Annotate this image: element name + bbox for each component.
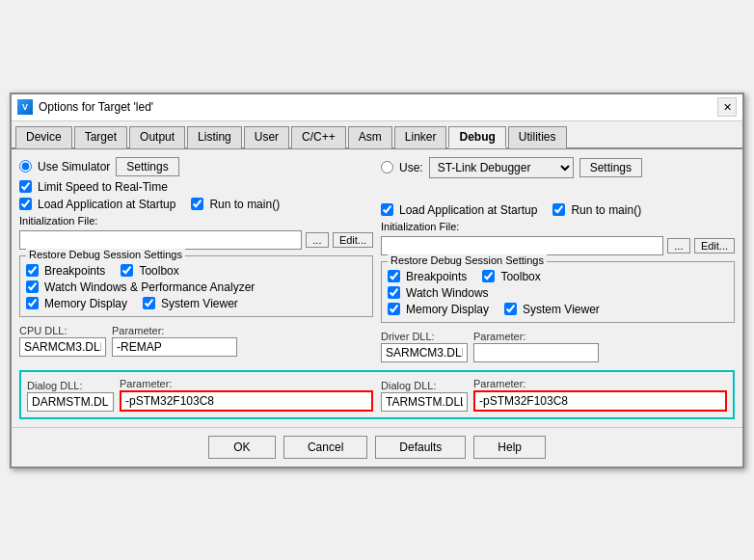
watch-windows-right: Watch Windows (388, 286, 728, 300)
init-file-row-right: ... Edit... (381, 236, 735, 255)
watch-windows-left: Watch Windows & Performance Analyzer (26, 280, 366, 294)
tab-cpp[interactable]: C/C++ (291, 126, 346, 148)
browse-button-left[interactable]: ... (306, 232, 329, 248)
load-app-right: Load Application at Startup (381, 203, 537, 217)
system-viewer-checkbox-right[interactable] (504, 303, 517, 315)
debugger-select[interactable]: ST-Link Debugger (429, 157, 574, 178)
tab-device[interactable]: Device (15, 126, 72, 148)
toolbox-checkbox-left[interactable] (121, 264, 133, 277)
title-bar-left: V Options for Target 'led' (17, 99, 153, 115)
use-simulator-label: Use Simulator (38, 160, 110, 173)
toolbox-checkbox-right[interactable] (482, 270, 495, 282)
right-dialog-param-input[interactable]: -pSTM32F103C8 (473, 390, 727, 412)
edit-button-left[interactable]: Edit... (333, 232, 373, 248)
left-dialog-dll-group: Dialog DLL: DARMSTM.DLL (27, 380, 114, 412)
watch-windows-checkbox-left[interactable] (26, 280, 39, 293)
right-dialog-dll-label: Dialog DLL: (381, 380, 468, 391)
system-viewer-right: System Viewer (504, 303, 600, 316)
driver-param-group: Parameter: (473, 331, 599, 362)
ok-button[interactable]: OK (208, 436, 276, 459)
breakpoints-label-left: Breakpoints (44, 264, 105, 278)
load-app-checkbox-right[interactable] (381, 203, 393, 216)
tab-asm[interactable]: Asm (348, 126, 392, 148)
use-simulator-radio[interactable] (19, 160, 32, 173)
load-run-row-left: Load Application at Startup Run to main(… (19, 198, 373, 211)
init-file-label-right: Initialization File: (381, 221, 735, 232)
bp-toolbox-row-right: Breakpoints Toolbox (388, 270, 728, 283)
breakpoints-checkbox-right[interactable] (388, 270, 400, 282)
driver-param-input[interactable] (473, 343, 599, 362)
memory-display-checkbox-right[interactable] (388, 303, 400, 315)
toolbox-right: Toolbox (482, 270, 540, 283)
tab-debug[interactable]: Debug (448, 126, 505, 148)
driver-param-label: Parameter: (473, 331, 599, 342)
cpu-dll-row: CPU DLL: SARMCM3.DLL Parameter: -REMAP (19, 325, 373, 357)
limit-speed-label: Limit Speed to Real-Time (38, 180, 168, 194)
right-dialog-dll-input[interactable]: TARMSTM.DLL (381, 392, 468, 412)
cpu-param-input[interactable]: -REMAP (112, 337, 237, 357)
tab-linker[interactable]: Linker (394, 126, 447, 148)
tab-user[interactable]: User (244, 126, 289, 148)
init-file-input-left[interactable] (19, 230, 302, 250)
tab-target[interactable]: Target (74, 126, 127, 148)
load-app-checkbox-left[interactable] (19, 198, 32, 210)
run-to-main-label-left: Run to main() (209, 198, 280, 211)
left-dialog-param-label: Parameter: (120, 378, 373, 389)
load-app-label-right: Load Application at Startup (399, 203, 537, 217)
watch-windows-label-right: Watch Windows (406, 286, 489, 300)
run-to-main-checkbox-left[interactable] (191, 198, 203, 210)
breakpoints-checkbox-left[interactable] (26, 264, 39, 277)
bp-toolbox-row-left: Breakpoints Toolbox (26, 264, 366, 278)
breakpoints-label-right: Breakpoints (406, 270, 467, 283)
tab-utilities[interactable]: Utilities (508, 126, 567, 148)
right-settings-button[interactable]: Settings (579, 158, 642, 177)
right-dialog-dll-group: Dialog DLL: TARMSTM.DLL (381, 380, 468, 412)
cpu-dll-input[interactable]: SARMCM3.DLL (19, 337, 106, 357)
right-dialog-param-group: Parameter: -pSTM32F103C8 (473, 378, 727, 412)
browse-button-right[interactable]: ... (667, 238, 690, 253)
system-viewer-label-right: System Viewer (523, 303, 600, 316)
restore-group-left: Restore Debug Session Settings Breakpoin… (19, 255, 373, 317)
driver-dll-input[interactable]: SARMCM3.DLL (381, 343, 468, 362)
left-dialog-param-group: Parameter: -pSTM32F103C8 (120, 378, 373, 412)
edit-button-right[interactable]: Edit... (694, 238, 735, 253)
left-dialog-dll-input[interactable]: DARMSTM.DLL (27, 392, 114, 412)
tab-listing[interactable]: Listing (187, 126, 242, 148)
restore-group-content-right: Breakpoints Toolbox Watch Windows (388, 270, 728, 316)
close-button[interactable]: ✕ (717, 97, 737, 117)
memory-system-row-right: Memory Display System Viewer (388, 303, 728, 316)
bottom-section: Dialog DLL: DARMSTM.DLL Parameter: -pSTM… (19, 370, 735, 419)
tab-output[interactable]: Output (129, 126, 185, 148)
load-run-row-right: Load Application at Startup Run to main(… (381, 203, 735, 217)
cancel-button[interactable]: Cancel (283, 436, 367, 459)
memory-system-row-left: Memory Display System Viewer (26, 297, 366, 310)
run-to-main-checkbox-right[interactable] (552, 203, 565, 216)
init-file-input-right[interactable] (381, 236, 663, 255)
use-debugger-radio[interactable] (381, 161, 393, 173)
load-app-label-left: Load Application at Startup (38, 198, 175, 211)
breakpoints-left: Breakpoints (26, 264, 105, 278)
dialog-dll-row: Dialog DLL: DARMSTM.DLL Parameter: -pSTM… (27, 378, 727, 412)
load-app-left: Load Application at Startup (19, 198, 175, 211)
title-bar: V Options for Target 'led' ✕ (12, 94, 742, 121)
left-settings-button[interactable]: Settings (116, 157, 178, 176)
system-viewer-checkbox-left[interactable] (143, 297, 155, 309)
restore-group-title-left: Restore Debug Session Settings (26, 249, 185, 260)
help-button[interactable]: Help (473, 436, 546, 459)
memory-display-checkbox-left[interactable] (26, 297, 39, 309)
run-to-main-label-right: Run to main() (571, 203, 641, 217)
left-dialog-param-input[interactable]: -pSTM32F103C8 (120, 390, 373, 412)
watch-windows-checkbox-right[interactable] (388, 286, 400, 299)
use-simulator-row: Use Simulator Settings (19, 157, 373, 176)
use-label: Use: (399, 161, 423, 174)
right-column: Use: ST-Link Debugger Settings Load Appl… (381, 157, 735, 362)
top-section: Use Simulator Settings Limit Speed to Re… (19, 157, 735, 362)
right-dialog-param-label: Parameter: (473, 378, 727, 389)
cpu-param-label: Parameter: (112, 325, 237, 336)
right-dialog-dll-section: Dialog DLL: TARMSTM.DLL Parameter: -pSTM… (381, 378, 727, 412)
limit-speed-row: Limit Speed to Real-Time (19, 180, 373, 194)
limit-speed-checkbox[interactable] (19, 180, 32, 193)
defaults-button[interactable]: Defaults (375, 436, 466, 459)
memory-display-right: Memory Display (388, 303, 489, 316)
breakpoints-right: Breakpoints (388, 270, 467, 283)
